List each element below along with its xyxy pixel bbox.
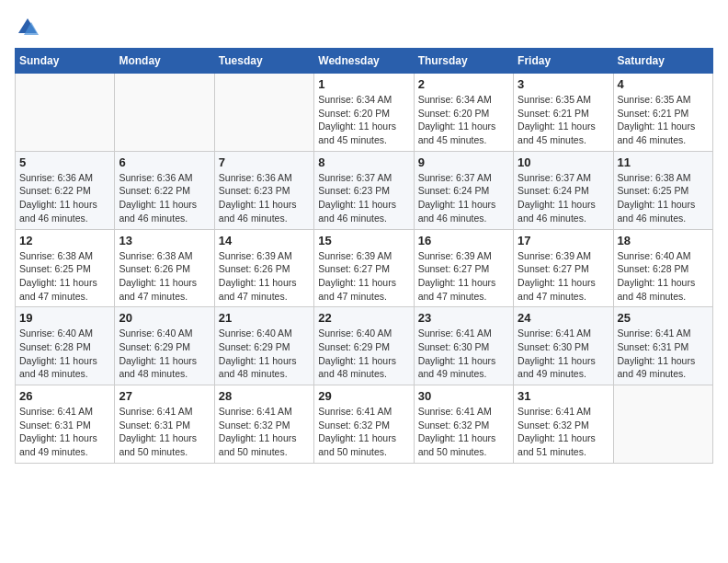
calendar-cell: 4Sunrise: 6:35 AM Sunset: 6:21 PM Daylig… [613,74,712,152]
day-number: 7 [219,155,310,169]
page-header [15,15,713,40]
calendar-cell: 26Sunrise: 6:41 AM Sunset: 6:31 PM Dayli… [16,385,115,464]
calendar-cell: 2Sunrise: 6:34 AM Sunset: 6:20 PM Daylig… [414,74,513,152]
day-number: 15 [318,234,409,247]
logo-icon [15,15,40,40]
calendar-cell [115,74,214,152]
calendar-week-row: 19Sunrise: 6:40 AM Sunset: 6:28 PM Dayli… [16,307,713,385]
calendar-cell: 21Sunrise: 6:40 AM Sunset: 6:29 PM Dayli… [214,307,313,385]
calendar-cell: 7Sunrise: 6:36 AM Sunset: 6:23 PM Daylig… [214,151,313,229]
calendar-cell: 11Sunrise: 6:38 AM Sunset: 6:25 PM Dayli… [613,151,712,229]
day-info: Sunrise: 6:36 AM Sunset: 6:22 PM Dayligh… [119,171,210,225]
calendar-cell: 24Sunrise: 6:41 AM Sunset: 6:30 PM Dayli… [514,307,613,385]
day-number: 6 [119,155,210,169]
calendar-cell [214,74,313,152]
day-number: 13 [119,234,210,247]
calendar-cell: 18Sunrise: 6:40 AM Sunset: 6:28 PM Dayli… [613,229,712,307]
logo [15,15,44,40]
day-info: Sunrise: 6:37 AM Sunset: 6:23 PM Dayligh… [318,171,409,225]
calendar-cell: 3Sunrise: 6:35 AM Sunset: 6:21 PM Daylig… [514,74,613,152]
calendar-cell: 12Sunrise: 6:38 AM Sunset: 6:25 PM Dayli… [16,229,115,307]
calendar-cell: 9Sunrise: 6:37 AM Sunset: 6:24 PM Daylig… [414,151,513,229]
day-number: 27 [119,389,210,403]
day-number: 18 [618,234,709,247]
day-info: Sunrise: 6:38 AM Sunset: 6:26 PM Dayligh… [119,249,210,304]
day-number: 19 [19,311,110,325]
calendar-cell: 29Sunrise: 6:41 AM Sunset: 6:32 PM Dayli… [314,385,414,464]
day-number: 20 [119,311,210,325]
day-number: 11 [618,155,709,169]
day-number: 17 [518,234,609,247]
day-info: Sunrise: 6:40 AM Sunset: 6:29 PM Dayligh… [219,327,310,381]
day-info: Sunrise: 6:39 AM Sunset: 6:26 PM Dayligh… [219,249,310,304]
day-number: 9 [418,155,509,169]
day-info: Sunrise: 6:40 AM Sunset: 6:29 PM Dayligh… [119,327,210,381]
calendar-cell: 28Sunrise: 6:41 AM Sunset: 6:32 PM Dayli… [214,385,313,464]
day-number: 21 [219,311,310,325]
day-info: Sunrise: 6:39 AM Sunset: 6:27 PM Dayligh… [518,249,609,304]
day-info: Sunrise: 6:34 AM Sunset: 6:20 PM Dayligh… [318,93,409,147]
day-info: Sunrise: 6:37 AM Sunset: 6:24 PM Dayligh… [418,171,509,225]
calendar-header-tuesday: Tuesday [214,49,313,74]
calendar-header-friday: Friday [514,49,613,74]
calendar-cell: 8Sunrise: 6:37 AM Sunset: 6:23 PM Daylig… [314,151,414,229]
calendar-week-row: 1Sunrise: 6:34 AM Sunset: 6:20 PM Daylig… [16,74,713,152]
day-number: 1 [318,77,409,91]
day-number: 14 [219,234,310,247]
day-info: Sunrise: 6:41 AM Sunset: 6:31 PM Dayligh… [19,405,110,459]
calendar-cell: 20Sunrise: 6:40 AM Sunset: 6:29 PM Dayli… [115,307,214,385]
day-info: Sunrise: 6:39 AM Sunset: 6:27 PM Dayligh… [318,249,409,304]
day-number: 29 [318,389,409,403]
day-number: 23 [418,311,509,325]
calendar-week-row: 26Sunrise: 6:41 AM Sunset: 6:31 PM Dayli… [16,385,713,464]
calendar-cell: 22Sunrise: 6:40 AM Sunset: 6:29 PM Dayli… [314,307,414,385]
calendar-header-sunday: Sunday [16,49,115,74]
day-info: Sunrise: 6:41 AM Sunset: 6:31 PM Dayligh… [119,405,210,459]
day-info: Sunrise: 6:40 AM Sunset: 6:28 PM Dayligh… [19,327,110,381]
calendar-cell: 5Sunrise: 6:36 AM Sunset: 6:22 PM Daylig… [16,151,115,229]
day-number: 12 [19,234,110,247]
day-number: 30 [418,389,509,403]
day-info: Sunrise: 6:41 AM Sunset: 6:30 PM Dayligh… [518,327,609,381]
calendar-header-wednesday: Wednesday [314,49,414,74]
calendar-cell: 16Sunrise: 6:39 AM Sunset: 6:27 PM Dayli… [414,229,513,307]
calendar-cell: 30Sunrise: 6:41 AM Sunset: 6:32 PM Dayli… [414,385,513,464]
day-info: Sunrise: 6:41 AM Sunset: 6:30 PM Dayligh… [418,327,509,381]
calendar-cell [613,385,712,464]
day-info: Sunrise: 6:38 AM Sunset: 6:25 PM Dayligh… [618,171,709,225]
calendar-header-monday: Monday [115,49,214,74]
day-info: Sunrise: 6:41 AM Sunset: 6:32 PM Dayligh… [418,405,509,459]
calendar-cell: 6Sunrise: 6:36 AM Sunset: 6:22 PM Daylig… [115,151,214,229]
calendar-cell: 14Sunrise: 6:39 AM Sunset: 6:26 PM Dayli… [214,229,313,307]
day-info: Sunrise: 6:41 AM Sunset: 6:32 PM Dayligh… [318,405,409,459]
calendar-cell: 23Sunrise: 6:41 AM Sunset: 6:30 PM Dayli… [414,307,513,385]
calendar-cell [16,74,115,152]
day-info: Sunrise: 6:40 AM Sunset: 6:29 PM Dayligh… [318,327,409,381]
day-info: Sunrise: 6:38 AM Sunset: 6:25 PM Dayligh… [19,249,110,304]
calendar-header-saturday: Saturday [613,49,712,74]
calendar-cell: 19Sunrise: 6:40 AM Sunset: 6:28 PM Dayli… [16,307,115,385]
calendar-cell: 17Sunrise: 6:39 AM Sunset: 6:27 PM Dayli… [514,229,613,307]
day-info: Sunrise: 6:37 AM Sunset: 6:24 PM Dayligh… [518,171,609,225]
day-info: Sunrise: 6:35 AM Sunset: 6:21 PM Dayligh… [618,93,709,147]
day-number: 22 [318,311,409,325]
day-info: Sunrise: 6:41 AM Sunset: 6:31 PM Dayligh… [618,327,709,381]
calendar-week-row: 5Sunrise: 6:36 AM Sunset: 6:22 PM Daylig… [16,151,713,229]
day-info: Sunrise: 6:41 AM Sunset: 6:32 PM Dayligh… [219,405,310,459]
calendar-cell: 10Sunrise: 6:37 AM Sunset: 6:24 PM Dayli… [514,151,613,229]
day-number: 28 [219,389,310,403]
day-number: 31 [518,389,609,403]
day-number: 5 [19,155,110,169]
day-number: 3 [518,77,609,91]
day-number: 8 [318,155,409,169]
calendar-cell: 13Sunrise: 6:38 AM Sunset: 6:26 PM Dayli… [115,229,214,307]
day-info: Sunrise: 6:40 AM Sunset: 6:28 PM Dayligh… [618,249,709,304]
calendar-cell: 31Sunrise: 6:41 AM Sunset: 6:32 PM Dayli… [514,385,613,464]
calendar-cell: 27Sunrise: 6:41 AM Sunset: 6:31 PM Dayli… [115,385,214,464]
calendar-table: SundayMondayTuesdayWednesdayThursdayFrid… [15,48,713,464]
calendar-cell: 15Sunrise: 6:39 AM Sunset: 6:27 PM Dayli… [314,229,414,307]
day-info: Sunrise: 6:36 AM Sunset: 6:23 PM Dayligh… [219,171,310,225]
day-number: 25 [618,311,709,325]
day-number: 10 [518,155,609,169]
calendar-header-thursday: Thursday [414,49,513,74]
